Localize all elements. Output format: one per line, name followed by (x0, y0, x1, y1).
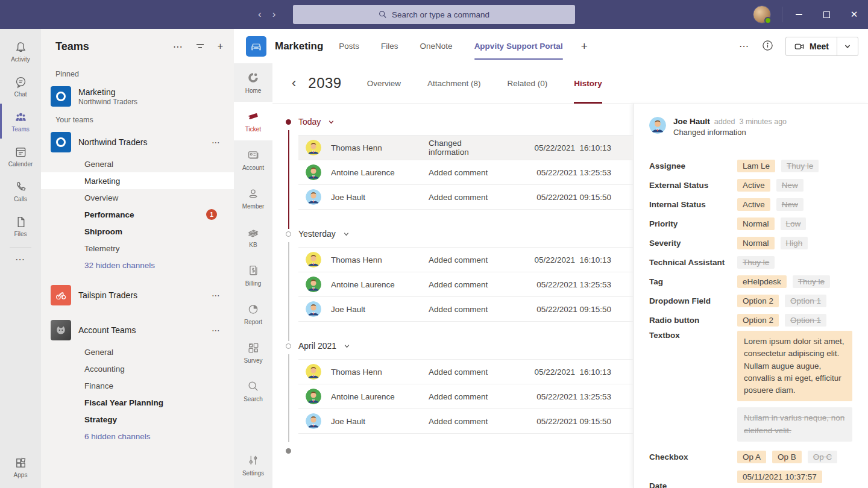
history-row[interactable]: Antoine Laurence Added comment 05/22/202… (298, 272, 633, 297)
history-row[interactable]: Antoine Laurence Added comment 05/22/202… (298, 160, 633, 185)
channel-marketing[interactable]: Marketing (41, 172, 234, 189)
channel-shiproom[interactable]: Shiproom (41, 223, 234, 240)
history-row-date: 05/22/2021 09:15:50 (503, 193, 611, 202)
rail-item-activity[interactable]: Activity (0, 34, 41, 69)
timeline-group-today: Today Thomas Henn Changed information 05… (286, 112, 633, 210)
rail-item-chat[interactable]: Chat (0, 69, 41, 104)
detail-change-type: Changed information (673, 128, 787, 137)
team-options-icon[interactable]: ⋯ (212, 325, 221, 335)
channel-label: Marketing (84, 177, 120, 186)
app-rail-billing[interactable]: Billing (234, 256, 272, 295)
avatar (306, 164, 321, 180)
add-tab-icon[interactable]: + (581, 40, 588, 53)
minimize-button[interactable] (785, 0, 813, 29)
channel-info-icon[interactable] (762, 40, 773, 53)
channel-label: Telemetry (84, 244, 120, 253)
rail-item-teams[interactable]: Teams (0, 104, 41, 139)
ticket-tab-history[interactable]: History (574, 63, 602, 104)
history-row[interactable]: Thomas Henn Added comment 05/22/2021 16:… (298, 360, 633, 384)
channel-fiscal-year-planning[interactable]: Fiscal Year Planning (41, 394, 234, 411)
old-value-chip: Thuy le (737, 256, 775, 269)
channel-strategy[interactable]: Strategy (41, 411, 234, 428)
channel-more-icon[interactable]: ⋯ (739, 40, 750, 52)
tab-label: Appvity Support Portal (474, 42, 563, 51)
field-label: Severity (649, 239, 737, 248)
team-account-teams[interactable]: Account Teams ⋯ (41, 317, 234, 343)
team-options-icon[interactable]: ⋯ (212, 290, 221, 300)
history-row[interactable]: Antoine Laurence Added comment 05/22/202… (298, 384, 633, 409)
pinned-channel-marketing[interactable]: Marketing Northwind Traders (41, 83, 234, 110)
ticket-tab-overview[interactable]: Overview (367, 63, 401, 104)
team-name: Tailspin Traders (78, 290, 204, 300)
timeline-group-header[interactable]: Yesterday (286, 224, 633, 243)
history-row[interactable]: Thomas Henn Added comment 05/22/2021 16:… (298, 248, 633, 272)
team-northwind-traders[interactable]: Northwind Traders ⋯ (41, 129, 234, 155)
rail-item-apps[interactable]: Apps (0, 449, 41, 484)
channel-finance[interactable]: Finance (41, 377, 234, 394)
channel-overview[interactable]: Overview (41, 189, 234, 206)
app-rail-search[interactable]: Search (234, 372, 272, 410)
app-rail-home[interactable]: Home (234, 63, 272, 102)
app-rail-survey[interactable]: Survey (234, 333, 272, 372)
join-create-team-icon[interactable]: + (218, 41, 223, 52)
history-row-action: Added comment (429, 255, 503, 264)
teams-more-icon[interactable]: ⋯ (173, 41, 183, 52)
avatar (649, 117, 666, 134)
channel-label: Overview (84, 193, 118, 202)
user-avatar[interactable] (753, 5, 771, 23)
field-radio: Radio button Option 2 Option 1 (649, 310, 852, 330)
channel-general[interactable]: General (41, 155, 234, 172)
hidden-channels-link-northwind[interactable]: 32 hidden channels (41, 257, 234, 274)
rail-more-button[interactable]: ⋯ (10, 247, 31, 271)
app-rail-report[interactable]: Report (234, 295, 272, 333)
ticket-back-icon[interactable]: ‹ (292, 75, 296, 91)
channel-telemetry[interactable]: Telemetry (41, 240, 234, 257)
rail-item-calendar[interactable]: Calender (0, 139, 41, 174)
history-row-name: Joe Hault (331, 417, 429, 426)
back-icon[interactable]: ‹ (258, 0, 262, 29)
search-input[interactable]: Search or type a command (293, 5, 575, 24)
rail-item-calls[interactable]: Calls (0, 174, 41, 208)
ticket-tab-attachment[interactable]: Attachment (8) (427, 63, 481, 104)
history-row[interactable]: Joe Hault Added comment 05/22/2021 09:15… (298, 297, 633, 322)
history-row[interactable]: Joe Hault Added comment 05/22/2021 09:15… (298, 185, 633, 210)
meet-button[interactable]: Meet (786, 37, 837, 55)
rail-item-files[interactable]: Files (0, 208, 41, 243)
filter-icon[interactable] (195, 41, 206, 52)
rail-spacer (0, 271, 41, 449)
timeline-group-header[interactable]: Today (286, 112, 633, 131)
tab-label: OneNote (420, 42, 453, 51)
northwind-logo-icon (51, 86, 71, 107)
team-tailspin-traders[interactable]: Tailspin Traders ⋯ (41, 282, 234, 308)
tab-appvity-support-portal[interactable]: Appvity Support Portal (474, 29, 563, 63)
maximize-button[interactable] (813, 0, 840, 29)
app-rail-member[interactable]: Member (234, 179, 272, 217)
app-rail-ticket[interactable]: Ticket (234, 102, 272, 140)
timeline-group-label: Today (298, 117, 321, 127)
channel-general-account[interactable]: General (41, 343, 234, 360)
calendar-icon (14, 145, 28, 159)
forward-icon[interactable]: › (272, 0, 276, 29)
hidden-channels-link-account[interactable]: 6 hidden channels (41, 428, 234, 445)
tab-files[interactable]: Files (381, 29, 398, 63)
history-row[interactable]: Joe Hault Added comment 05/22/2021 09:15… (298, 409, 633, 434)
tab-onenote[interactable]: OneNote (420, 29, 453, 63)
close-button[interactable]: ✕ (840, 0, 868, 29)
history-row-date: 05/22/2021 09:15:50 (503, 417, 611, 426)
app-rail-account[interactable]: Account (234, 140, 272, 179)
channel-accounting[interactable]: Accounting (41, 360, 234, 377)
history-timeline: Today Thomas Henn Changed information 05… (272, 104, 633, 488)
timeline-group-header[interactable]: April 2021 (286, 336, 633, 355)
timeline-dot (286, 343, 291, 349)
team-options-icon[interactable]: ⋯ (212, 137, 221, 147)
app-rail-kb[interactable]: KB (234, 217, 272, 256)
app-rail-settings[interactable]: Settings (234, 446, 272, 484)
ticket-view: ‹ 2039 Overview Attachment (8) Related (… (272, 63, 868, 488)
ticket-tab-related[interactable]: Related (0) (508, 63, 548, 104)
app-rail: Home Ticket Account Member (234, 63, 272, 488)
meet-dropdown-button[interactable] (837, 37, 858, 55)
history-row[interactable]: Thomas Henn Changed information 05/22/20… (298, 136, 633, 160)
field-label: Technical Assistant (649, 258, 737, 267)
tab-posts[interactable]: Posts (339, 29, 359, 63)
channel-performance[interactable]: Performance 1 (41, 206, 234, 223)
